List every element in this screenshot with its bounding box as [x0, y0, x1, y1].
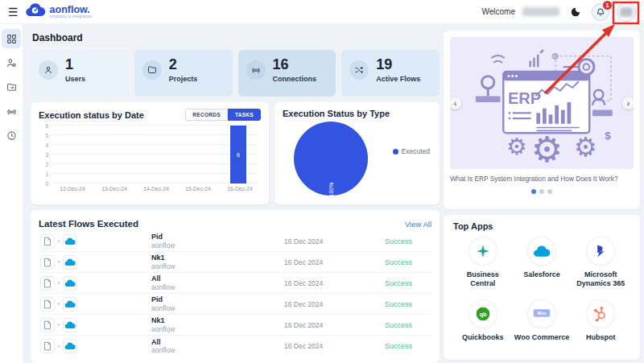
stat-card-active-flows[interactable]: 19 Active Flows: [341, 50, 440, 97]
flow-name: Nk1: [151, 316, 284, 325]
flow-direction-icon: »: [57, 259, 60, 265]
svg-text:qb: qb: [479, 310, 487, 317]
top-apps-card: Top Apps Business Central Salesforce: [444, 215, 640, 360]
source-app-icon: [40, 276, 55, 291]
carousel-next-button[interactable]: ›: [621, 97, 634, 110]
page-title: Dashboard: [32, 32, 440, 43]
stat-label: Active Flows: [376, 75, 420, 83]
signal-icon: [246, 60, 266, 80]
view-all-link[interactable]: View All: [405, 220, 431, 229]
stats-row: 1 Users 2 Projects 16 Connections: [31, 50, 440, 97]
history-clock-icon: [6, 130, 17, 141]
flow-status: Success: [385, 279, 431, 287]
svg-text:Woo: Woo: [537, 311, 546, 316]
source-app-icon: [40, 297, 55, 311]
app-quickbooks[interactable]: qb Quickbooks: [453, 300, 512, 342]
salesforce-app-icon: [63, 234, 77, 249]
salesforce-icon: [528, 237, 555, 265]
flow-date: 16 Dec 2024: [284, 237, 385, 245]
y-tick: 0: [40, 181, 48, 187]
dashboard-grid-icon: [6, 34, 17, 44]
pie-legend: Executed: [393, 147, 430, 155]
x-tick: 13-Dec-24: [93, 186, 135, 192]
sidebar: [0, 24, 23, 363]
carousel-dot-2[interactable]: [539, 189, 544, 194]
flow-name: Nk1: [151, 254, 284, 262]
execution-by-type-card: Execution Status by Type 100% Executed: [275, 102, 440, 204]
flow-name: All: [151, 338, 284, 347]
tasks-toggle-button[interactable]: TASKS: [228, 109, 261, 121]
hubspot-icon: [587, 300, 614, 328]
flow-direction-icon: »: [57, 322, 60, 328]
flow-row[interactable]: » Allaonflow 16 Dec 2024 Success: [39, 273, 431, 294]
app-woo-commerce[interactable]: Woo Woo Commerce: [512, 300, 571, 342]
flow-status: Success: [385, 237, 431, 245]
stat-card-connections[interactable]: 16 Connections: [238, 50, 336, 97]
pie-percent-label: 100%: [328, 183, 334, 197]
flow-row[interactable]: » Allaonflow 16 Dec 2024 Success: [39, 336, 431, 357]
hamburger-menu-icon[interactable]: ☰: [8, 6, 19, 18]
article-carousel-card: ⚙ ERP $ ⚙ ⚙: [444, 31, 640, 209]
dynamics-365-icon: [587, 237, 614, 265]
article-caption[interactable]: What Is ERP System Integration and How D…: [450, 175, 634, 183]
folder-icon: [6, 82, 17, 93]
flow-date: 16 Dec 2024: [284, 258, 385, 266]
carousel-dots: [450, 189, 634, 194]
dark-mode-toggle[interactable]: [567, 3, 584, 21]
brand-logo[interactable]: aonflow. simplicity in integration: [25, 3, 93, 20]
flow-status: Success: [385, 342, 431, 350]
stat-label: Users: [65, 75, 85, 83]
flow-status: Success: [385, 300, 431, 308]
salesforce-app-icon: [63, 339, 77, 353]
legend-dot-icon: [393, 149, 398, 155]
app-hubspot[interactable]: Hubspot: [572, 300, 630, 342]
carousel-image: ⚙ ERP $ ⚙ ⚙: [450, 37, 634, 169]
records-toggle-button[interactable]: RECORDS: [185, 109, 228, 121]
stat-card-projects[interactable]: 2 Projects: [134, 50, 233, 97]
app-microsoft-dynamics-365[interactable]: Microsoft Dynamics 365: [572, 237, 630, 289]
stat-value: 16: [273, 56, 317, 73]
app-label: Quickbooks: [462, 333, 504, 342]
sidebar-item-users[interactable]: [2, 53, 21, 72]
erp-illustration: ⚙ ERP $ ⚙ ⚙: [457, 43, 626, 163]
app-label: Microsoft Dynamics 365: [572, 270, 630, 289]
notification-badge: 1: [603, 1, 612, 10]
flow-row[interactable]: » Pidaonflow 16 Dec 2024 Success: [39, 231, 431, 252]
app-label: Woo Commerce: [514, 333, 569, 342]
sidebar-item-dashboard[interactable]: [2, 29, 21, 48]
app-salesforce[interactable]: Salesforce: [512, 237, 571, 289]
stat-label: Connections: [273, 75, 317, 83]
carousel-dot-3[interactable]: [547, 189, 552, 194]
stat-label: Projects: [169, 75, 198, 83]
flow-direction-icon: »: [57, 280, 60, 286]
pie-slice-executed[interactable]: 100%: [294, 122, 368, 196]
notifications-button[interactable]: 1: [592, 3, 609, 21]
app-label: Business Central: [453, 270, 512, 289]
sidebar-item-history[interactable]: [2, 126, 21, 145]
app-business-central[interactable]: Business Central: [453, 237, 512, 289]
flow-row[interactable]: » Nk1aonflow 16 Dec 2024 Success: [39, 252, 431, 273]
carousel-dot-1[interactable]: [531, 189, 536, 194]
flow-name: Pid: [151, 233, 284, 241]
app-label: Hubspot: [586, 333, 616, 342]
flow-row[interactable]: » Pidaonflow 16 Dec 2024 Success: [39, 294, 431, 315]
stat-card-users[interactable]: 1 Users: [31, 50, 129, 97]
user-avatar[interactable]: [617, 2, 636, 22]
source-app-icon: [40, 318, 55, 332]
x-tick: 16-Dec-24: [219, 186, 261, 192]
x-tick: 15-Dec-24: [177, 186, 219, 192]
sidebar-item-projects[interactable]: [2, 77, 21, 97]
svg-text:ERP: ERP: [508, 89, 541, 107]
chart-title: Execution status by Date: [39, 110, 144, 120]
y-tick: 3: [40, 152, 48, 158]
chart-title: Execution Status by Type: [283, 109, 431, 118]
tasks-bar-16-dec[interactable]: 6: [230, 126, 246, 184]
stat-value: 19: [376, 56, 420, 73]
flow-row[interactable]: » Nk1aonflow 16 Dec 2024 Success: [39, 315, 431, 336]
y-tick: 5: [40, 133, 48, 138]
sidebar-item-connections[interactable]: [2, 101, 21, 121]
app-label: Salesforce: [523, 270, 560, 279]
salesforce-app-icon: [63, 297, 77, 311]
y-tick: 1: [40, 171, 48, 177]
flow-direction-icon: »: [57, 301, 60, 307]
